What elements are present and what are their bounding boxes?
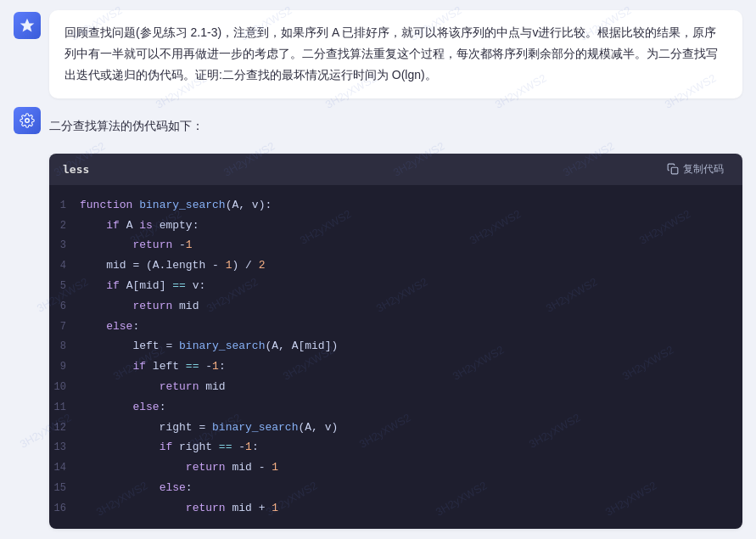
line-number: 14 <box>49 460 80 477</box>
line-number: 16 <box>49 501 80 518</box>
tool-message-row: 二分查找算法的伪代码如下： <box>14 107 742 142</box>
code-line: 12 right = binary_search(A, v) <box>49 418 742 438</box>
code-line: 5 if A[mid] == v: <box>49 276 742 296</box>
code-line: 15 else: <box>49 478 742 498</box>
line-number: 6 <box>49 299 80 316</box>
line-content: return -1 <box>80 236 193 254</box>
line-content: right = binary_search(A, v) <box>80 418 338 436</box>
code-line: 13 if right == -1: <box>49 437 742 458</box>
code-block-wrapper: less 复制代码 1function binary_search(A, v):… <box>49 154 742 529</box>
ai-message-row: 回顾查找问题(参见练习 2.1-3)，注意到，如果序列 A 已排好序，就可以将该… <box>14 10 742 98</box>
main-container: 回顾查找问题(参见练习 2.1-3)，注意到，如果序列 A 已排好序，就可以将该… <box>0 0 756 539</box>
line-content: else: <box>80 398 165 416</box>
line-number: 12 <box>49 420 80 437</box>
line-content: mid = (A.length - 1) / 2 <box>80 256 265 274</box>
code-line: 14 return mid - 1 <box>49 458 742 478</box>
line-number: 5 <box>49 278 80 295</box>
code-intro-container: 二分查找算法的伪代码如下： <box>49 107 204 142</box>
line-number: 8 <box>49 339 80 356</box>
line-content: return mid <box>80 378 226 396</box>
line-content: if right == -1: <box>80 438 259 456</box>
line-number: 15 <box>49 480 80 497</box>
line-content: else: <box>80 479 193 497</box>
line-number: 13 <box>49 440 80 457</box>
code-line: 9 if left == -1: <box>49 357 742 377</box>
code-lang-label: less <box>63 163 89 176</box>
line-number: 11 <box>49 400 80 417</box>
code-header: less 复制代码 <box>49 154 742 185</box>
line-content: left = binary_search(A, A[mid]) <box>80 337 338 355</box>
copy-icon <box>667 163 679 175</box>
line-content: if A is empty: <box>80 216 199 234</box>
copy-label: 复制代码 <box>683 162 724 177</box>
code-line: 8 left = binary_search(A, A[mid]) <box>49 336 742 357</box>
line-number: 2 <box>49 218 80 235</box>
line-number: 3 <box>49 238 80 255</box>
line-content: return mid + 1 <box>80 499 278 517</box>
code-line: 10 return mid <box>49 377 742 397</box>
code-line: 2 if A is empty: <box>49 216 742 236</box>
avatar <box>14 12 41 39</box>
line-number: 1 <box>49 198 80 215</box>
svg-rect-1 <box>671 168 678 175</box>
code-line: 1function binary_search(A, v): <box>49 195 742 216</box>
code-line: 4 mid = (A.length - 1) / 2 <box>49 255 742 276</box>
line-content: return mid <box>80 297 199 315</box>
line-content: if A[mid] == v: <box>80 277 205 295</box>
message-paragraph: 回顾查找问题(参见练习 2.1-3)，注意到，如果序列 A 已排好序，就可以将该… <box>64 22 727 87</box>
line-number: 7 <box>49 319 80 336</box>
line-content: return mid - 1 <box>80 458 278 476</box>
line-content: function binary_search(A, v): <box>80 196 272 214</box>
ai-icon <box>19 17 36 34</box>
code-line: 11 else: <box>49 397 742 418</box>
code-intro-text: 二分查找算法的伪代码如下： <box>49 119 204 132</box>
code-line: 3 return -1 <box>49 235 742 255</box>
copy-code-button[interactable]: 复制代码 <box>662 160 729 178</box>
avatar-settings <box>14 107 41 134</box>
line-content: else: <box>80 317 139 335</box>
message-bubble: 回顾查找问题(参见练习 2.1-3)，注意到，如果序列 A 已排好序，就可以将该… <box>49 10 742 98</box>
line-number: 9 <box>49 359 80 376</box>
line-content: if left == -1: <box>80 357 226 375</box>
code-line: 6 return mid <box>49 296 742 317</box>
chat-area: 回顾查找问题(参见练习 2.1-3)，注意到，如果序列 A 已排好序，就可以将该… <box>0 10 756 145</box>
line-number: 4 <box>49 258 80 275</box>
settings-icon <box>20 113 35 128</box>
code-line: 7 else: <box>49 317 742 337</box>
svg-point-0 <box>25 118 30 122</box>
code-line: 16 return mid + 1 <box>49 498 742 519</box>
code-body: 1function binary_search(A, v):2 if A is … <box>49 185 742 529</box>
line-number: 10 <box>49 379 80 396</box>
